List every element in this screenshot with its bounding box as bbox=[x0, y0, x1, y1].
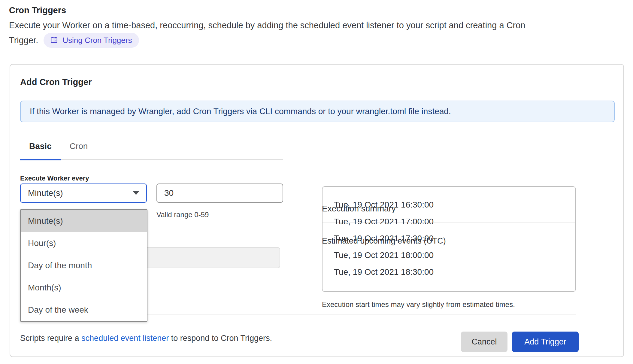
dropdown-option-day-of-month[interactable]: Day of the month bbox=[21, 254, 147, 277]
event-row: Tue, 19 Oct 2021 17:00:00 bbox=[334, 213, 575, 230]
event-row: Tue, 19 Oct 2021 18:30:00 bbox=[334, 264, 575, 281]
chevron-down-icon bbox=[133, 191, 139, 195]
using-cron-triggers-label: Using Cron Triggers bbox=[62, 36, 132, 45]
interval-unit-dropdown: Minute(s) Hour(s) Day of the month Month… bbox=[20, 209, 147, 322]
using-cron-triggers-link[interactable]: Using Cron Triggers bbox=[44, 33, 139, 48]
upcoming-events-box: Tue, 19 Oct 2021 16:30:00 Tue, 19 Oct 20… bbox=[322, 186, 576, 292]
page-title: Cron Triggers bbox=[9, 5, 66, 15]
page-description-line2: Trigger. bbox=[9, 35, 38, 45]
footer-note-suffix: to respond to Cron Triggers. bbox=[169, 334, 272, 343]
dropdown-option-minutes[interactable]: Minute(s) bbox=[21, 210, 147, 232]
footer-note: Scripts require a scheduled event listen… bbox=[20, 334, 272, 343]
card-title: Add Cron Trigger bbox=[20, 77, 92, 87]
dropdown-option-day-of-week[interactable]: Day of the week bbox=[21, 299, 147, 321]
tab-bar: Basic Cron bbox=[20, 138, 283, 160]
tab-cron[interactable]: Cron bbox=[61, 138, 97, 159]
book-icon bbox=[50, 36, 59, 45]
dropdown-option-hours[interactable]: Hour(s) bbox=[21, 232, 147, 254]
interval-count-input[interactable] bbox=[156, 184, 283, 203]
wrangler-info-banner: If this Worker is managed by Wrangler, a… bbox=[20, 101, 615, 122]
add-cron-trigger-card: Add Cron Trigger If this Worker is manag… bbox=[10, 64, 624, 357]
add-trigger-button[interactable]: Add Trigger bbox=[512, 332, 579, 352]
execute-worker-every-label: Execute Worker every bbox=[20, 174, 89, 182]
footer-note-prefix: Scripts require a bbox=[20, 334, 81, 343]
valid-range-helper: Valid range 0-59 bbox=[156, 211, 209, 219]
wrangler-info-banner-text: If this Worker is managed by Wrangler, a… bbox=[30, 107, 451, 116]
event-row: Tue, 19 Oct 2021 18:00:00 bbox=[334, 247, 575, 264]
event-row: Tue, 19 Oct 2021 16:30:00 bbox=[334, 196, 575, 213]
execution-times-note: Execution start times may vary slightly … bbox=[322, 300, 515, 309]
cancel-button[interactable]: Cancel bbox=[461, 332, 507, 352]
interval-unit-select[interactable]: Minute(s) bbox=[20, 184, 147, 203]
tab-basic[interactable]: Basic bbox=[20, 138, 61, 160]
interval-unit-value: Minute(s) bbox=[28, 188, 133, 198]
page-description-line1: Execute your Worker on a time-based, reo… bbox=[9, 20, 525, 30]
dropdown-option-months[interactable]: Month(s) bbox=[21, 277, 147, 299]
scheduled-event-listener-link[interactable]: scheduled event listener bbox=[81, 334, 169, 343]
page-description-row: Trigger. Using Cron Triggers bbox=[9, 32, 139, 48]
event-row: Tue, 19 Oct 2021 17:30:00 bbox=[334, 230, 575, 247]
